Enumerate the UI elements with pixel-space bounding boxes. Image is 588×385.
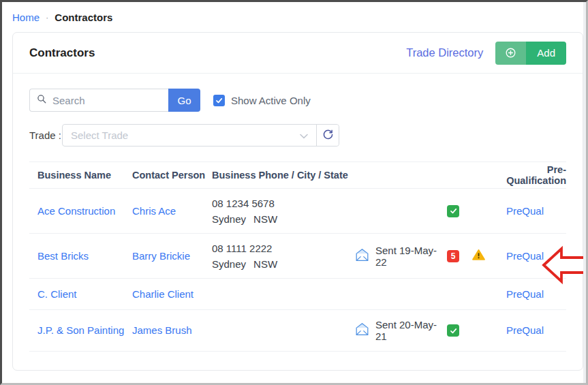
filter-row: Go Show Active Only [29, 89, 566, 112]
business-name-link[interactable]: Ace Construction [37, 205, 115, 217]
page-title: Contractors [29, 46, 95, 60]
search-group: Go [29, 89, 200, 112]
table-row: J.P. & Son Painting James Brush Sent 20-… [29, 310, 566, 352]
sent-date-label: Sent 19-May-22 [375, 245, 447, 268]
app-window: Home · Contractors Contractors Trade Dir… [0, 0, 588, 385]
business-name-link[interactable]: J.P. & Son Painting [37, 324, 124, 336]
business-name-link[interactable]: Best Bricks [37, 250, 89, 262]
trade-label: Trade : [29, 129, 62, 141]
table-row: C. Client Charlie Client PreQual [29, 279, 566, 310]
refresh-button[interactable] [316, 125, 339, 146]
business-name-link[interactable]: C. Client [37, 288, 77, 300]
card-body: Go Show Active Only Trade : Select Trade [13, 74, 583, 352]
refresh-icon [322, 129, 334, 142]
open-envelope-icon[interactable] [355, 322, 369, 339]
checkbox-checked-icon[interactable] [213, 95, 225, 106]
search-icon [37, 94, 47, 107]
prequal-link[interactable]: PreQual [506, 288, 544, 300]
add-button[interactable]: Add [495, 42, 566, 65]
trade-select-placeholder: Select Trade [71, 129, 128, 141]
table-row: Best Bricks Barry Brickie 08 1111 2222 S… [29, 234, 566, 279]
open-envelope-icon[interactable] [355, 248, 369, 264]
contractors-page: Home · Contractors Contractors Trade Dir… [2, 2, 586, 383]
breadcrumb: Home · Contractors [2, 2, 586, 23]
contractors-table: Business Name Contact Person Business Ph… [29, 161, 566, 352]
contact-person-link[interactable]: Chris Ace [132, 205, 176, 217]
chevron-down-icon [300, 129, 308, 142]
scrollbar-track[interactable] [583, 2, 586, 383]
prequal-link[interactable]: PreQual [506, 205, 544, 217]
contact-person-link[interactable]: James Brush [132, 324, 192, 336]
green-check-icon [447, 205, 459, 217]
table-header-row: Business Name Contact Person Business Ph… [29, 161, 566, 189]
breadcrumb-home-link[interactable]: Home [12, 12, 40, 23]
alert-count-badge: 5 [447, 250, 459, 262]
city-state: SydneyNSW [212, 211, 355, 227]
sent-date-label: Sent 20-May-21 [375, 319, 447, 342]
go-button[interactable]: Go [168, 89, 200, 112]
column-header-business-name: Business Name [37, 170, 132, 181]
contact-person-link[interactable]: Charlie Client [132, 288, 194, 300]
card-header: Contractors Trade Directory Add [13, 33, 583, 74]
contact-person-link[interactable]: Barry Brickie [132, 250, 190, 262]
breadcrumb-separator: · [46, 12, 48, 22]
trade-directory-link[interactable]: Trade Directory [406, 46, 483, 59]
prequal-link[interactable]: PreQual [506, 250, 544, 262]
column-header-contact-person: Contact Person [132, 170, 212, 181]
add-button-label[interactable]: Add [526, 42, 566, 65]
show-active-only-label: Show Active Only [231, 95, 311, 106]
breadcrumb-current: Contractors [55, 12, 112, 23]
city-state: SydneyNSW [212, 256, 355, 272]
header-actions: Trade Directory Add [406, 42, 566, 65]
warning-triangle-icon [472, 249, 485, 264]
show-active-only-toggle[interactable]: Show Active Only [213, 95, 311, 106]
search-box [29, 89, 168, 112]
red-annotation-arrow [542, 245, 586, 285]
column-header-pre-qualification: Pre-Qualification [495, 164, 566, 186]
search-input[interactable] [52, 95, 161, 106]
trade-select-group: Select Trade [62, 124, 339, 147]
column-header-phone-city-state: Business Phone / City / State [212, 170, 355, 181]
business-phone: 08 1111 2222 [212, 241, 355, 256]
plus-circle-icon[interactable] [495, 42, 526, 65]
table-row: Ace Construction Chris Ace 08 1234 5678 … [29, 189, 566, 234]
trade-select[interactable]: Select Trade [63, 125, 316, 146]
trade-filter-row: Trade : Select Trade [29, 124, 566, 147]
contractors-card: Contractors Trade Directory Add [12, 32, 583, 371]
prequal-link[interactable]: PreQual [506, 324, 544, 336]
green-check-icon [447, 324, 459, 337]
business-phone: 08 1234 5678 [212, 196, 355, 211]
